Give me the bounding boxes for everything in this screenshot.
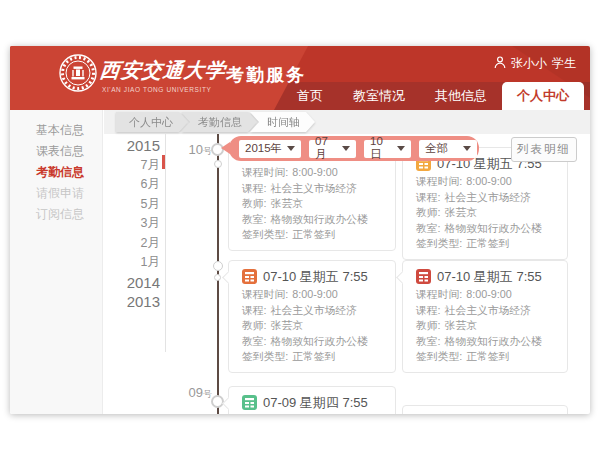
sidebar-item-subscription[interactable]: 订阅信息 [10, 204, 102, 225]
attendance-card[interactable]: 07-10 星期五 7:55 课程时间:8:00-9:00 课程:社会主义市场经… [228, 260, 396, 373]
timeline-nav-2015[interactable]: 2015 [106, 136, 160, 156]
timeline-nav-jun[interactable]: 6月 [106, 175, 160, 195]
user-name: 张小小 [511, 55, 547, 72]
timeline-node-small [214, 274, 221, 281]
timeline-nav-divider [165, 134, 166, 352]
caret-down-icon [397, 146, 405, 151]
timeline-node [211, 395, 224, 408]
attendance-card[interactable] [402, 405, 568, 414]
attendance-status-icon [416, 269, 431, 284]
year-dropdown-value: 2015年 [245, 141, 282, 156]
nav-item-personal-center[interactable]: 个人中心 [502, 82, 584, 110]
scope-dropdown[interactable]: 全部 [419, 140, 477, 158]
breadcrumb-strip: 个人中心 考勤信息 时间轴 [104, 110, 590, 134]
date-filter-bar: 2015年 07月 10日 全部 [229, 136, 479, 161]
nav-item-home[interactable]: 首页 [282, 82, 338, 110]
user-icon [494, 56, 506, 72]
nav-item-classrooms[interactable]: 教室情况 [338, 82, 420, 110]
timeline-nav-may[interactable]: 5月 [106, 195, 160, 215]
attendance-app-window: 西安交通大学 XI'AN JIAO TONG UNIVERSITY 考勤服务 张… [10, 46, 590, 414]
sidebar-item-timetable[interactable]: 课表信息 [10, 141, 102, 162]
attendance-status-icon [242, 395, 257, 410]
app-header: 西安交通大学 XI'AN JIAO TONG UNIVERSITY 考勤服务 张… [10, 46, 590, 110]
list-detail-button[interactable]: 列表明细 [511, 137, 577, 162]
caret-down-icon [287, 146, 295, 151]
sidebar: 基本信息 课表信息 考勤信息 请假申请 订阅信息 [10, 110, 103, 414]
timeline-nav-mar[interactable]: 3月 [106, 214, 160, 234]
card-title: 07-10 星期五 7:55 [263, 268, 368, 286]
timeline-nav-2014[interactable]: 2014 [106, 273, 160, 293]
scope-dropdown-value: 全部 [425, 141, 448, 156]
sidebar-item-attendance[interactable]: 考勤信息 [10, 162, 102, 183]
day-dropdown[interactable]: 10日 [364, 140, 411, 158]
university-name-en: XI'AN JIAO TONG UNIVERSITY [102, 86, 211, 93]
attendance-card[interactable]: 07-10 星期五 7:55 课程时间:8:00-9:00 课程:社会主义市场经… [402, 147, 568, 260]
day-marker-10: 10号 [168, 142, 212, 158]
card-title: 07-09 星期四 7:55 [263, 394, 368, 412]
timeline-nav-jul[interactable]: 7月 [106, 156, 160, 176]
month-dropdown[interactable]: 07月 [309, 140, 356, 158]
breadcrumb-attendance[interactable]: 考勤信息 [181, 112, 257, 132]
attendance-card[interactable]: 07-10 星期五 7:55 课程时间:8:00-9:00 课程:社会主义市场经… [402, 260, 568, 373]
caret-down-icon [463, 146, 471, 151]
main-nav: 首页 教室情况 其他信息 个人中心 [282, 82, 584, 110]
timeline-year-month-nav: 2015 7月 6月 5月 3月 2月 1月 2014 2013 [106, 136, 160, 312]
breadcrumb-personal-center[interactable]: 个人中心 [116, 112, 188, 132]
day-dropdown-value: 10日 [370, 135, 393, 162]
year-dropdown[interactable]: 2015年 [239, 140, 301, 158]
breadcrumb: 个人中心 考勤信息 时间轴 [116, 112, 315, 132]
sidebar-item-basic-info[interactable]: 基本信息 [10, 120, 102, 141]
day-marker-09: 09号 [168, 385, 212, 401]
caret-down-icon [342, 146, 350, 151]
sidebar-item-leave-request[interactable]: 请假申请 [10, 183, 102, 204]
screenshot-canvas: 西安交通大学 XI'AN JIAO TONG UNIVERSITY 考勤服务 张… [0, 0, 600, 450]
current-month-marker [162, 155, 165, 169]
user-menu[interactable]: 张小小 学生 [494, 55, 576, 72]
month-dropdown-value: 07月 [315, 135, 338, 162]
breadcrumb-timeline[interactable]: 时间轴 [250, 112, 315, 132]
attendance-card[interactable]: 07-09 星期四 7:55 [228, 386, 396, 414]
university-name-cn: 西安交通大学 [99, 57, 228, 84]
user-role: 学生 [552, 55, 576, 72]
timeline-node [213, 261, 223, 271]
university-logo-icon [58, 53, 98, 97]
attendance-status-icon [242, 269, 257, 284]
timeline-node-small [214, 160, 222, 168]
timeline-nav-feb[interactable]: 2月 [106, 234, 160, 254]
timeline-nav-jan[interactable]: 1月 [106, 253, 160, 273]
timeline-nav-2013[interactable]: 2013 [106, 292, 160, 312]
nav-item-other-info[interactable]: 其他信息 [420, 82, 502, 110]
card-title: 07-10 星期五 7:55 [437, 268, 542, 286]
